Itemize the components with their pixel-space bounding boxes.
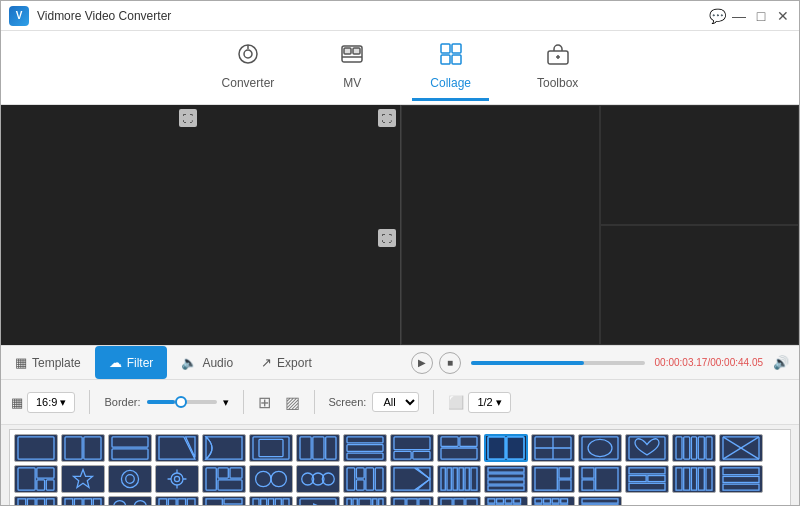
template-30[interactable] — [625, 465, 669, 493]
grid-icon[interactable]: ⊞ — [258, 393, 271, 412]
nav-converter[interactable]: Converter — [204, 34, 293, 101]
template-18[interactable] — [61, 465, 105, 493]
chat-button[interactable]: 💬 — [709, 8, 725, 24]
template-12[interactable] — [531, 434, 575, 462]
border-dropdown-arrow[interactable]: ▾ — [223, 396, 229, 409]
template-46[interactable] — [578, 496, 622, 506]
svg-point-55 — [121, 470, 138, 487]
svg-rect-111 — [84, 499, 92, 506]
template-26[interactable] — [437, 465, 481, 493]
tab-template[interactable]: ▦ Template — [1, 346, 95, 379]
tab-filter-label: Filter — [127, 356, 154, 370]
screen-select[interactable]: All 1 2 — [372, 392, 419, 412]
template-38[interactable] — [202, 496, 246, 506]
svg-rect-86 — [488, 486, 524, 490]
template-42[interactable] — [390, 496, 434, 506]
svg-rect-104 — [723, 484, 759, 490]
nav-collage[interactable]: Collage — [412, 34, 489, 101]
template-33[interactable] — [719, 465, 763, 493]
template-19[interactable] — [108, 465, 152, 493]
page-icon: ⬜ — [448, 395, 464, 410]
nav-mv[interactable]: MV — [322, 34, 382, 101]
svg-rect-64 — [218, 468, 228, 478]
template-34[interactable] — [14, 496, 58, 506]
volume-icon[interactable]: 🔊 — [773, 355, 789, 370]
progress-bar[interactable] — [471, 361, 645, 365]
template-20[interactable] — [155, 465, 199, 493]
border-slider-knob[interactable] — [175, 396, 187, 408]
svg-rect-52 — [37, 468, 54, 478]
cell-edit-1[interactable]: ⛶ — [179, 109, 197, 127]
template-16[interactable] — [719, 434, 763, 462]
svg-rect-15 — [65, 437, 82, 459]
template-36[interactable] — [108, 496, 152, 506]
svg-rect-107 — [37, 499, 45, 506]
template-43[interactable] — [437, 496, 481, 506]
tab-export[interactable]: ↗ Export — [247, 346, 326, 379]
svg-rect-112 — [93, 499, 101, 506]
template-22[interactable] — [249, 465, 293, 493]
border-slider[interactable] — [147, 400, 217, 404]
collage-cell-1[interactable]: ⛶ — [1, 105, 201, 345]
svg-point-115 — [134, 501, 146, 506]
template-44[interactable] — [484, 496, 528, 506]
svg-rect-130 — [261, 499, 267, 506]
template-icon: ▦ — [15, 355, 27, 370]
template-5[interactable] — [202, 434, 246, 462]
template-27[interactable] — [484, 465, 528, 493]
template-15[interactable] — [672, 434, 716, 462]
page-button[interactable]: 1/2 ▾ — [468, 392, 510, 413]
collage-cell-2[interactable]: ⛶ — [201, 105, 401, 225]
template-10[interactable] — [437, 434, 481, 462]
template-14[interactable] — [625, 434, 669, 462]
template-8[interactable] — [343, 434, 387, 462]
svg-rect-144 — [419, 499, 430, 506]
template-29[interactable] — [578, 465, 622, 493]
hatch-icon[interactable]: ▨ — [285, 393, 300, 412]
template-6[interactable] — [249, 434, 293, 462]
collage-cell-3[interactable]: ⛶ — [201, 225, 401, 345]
template-4[interactable] — [155, 434, 199, 462]
template-25[interactable] — [390, 465, 434, 493]
cell-edit-3[interactable]: ⛶ — [378, 229, 396, 247]
template-41[interactable] — [343, 496, 387, 506]
template-39[interactable] — [249, 496, 293, 506]
template-40[interactable] — [296, 496, 340, 506]
svg-rect-103 — [723, 476, 759, 482]
play-button[interactable]: ▶ — [411, 352, 433, 374]
preview-cell-1 — [401, 105, 600, 345]
svg-point-114 — [114, 501, 126, 506]
mv-icon — [340, 42, 364, 72]
template-21[interactable] — [202, 465, 246, 493]
right-preview-panel — [401, 105, 799, 345]
template-3[interactable] — [108, 434, 152, 462]
template-2[interactable] — [61, 434, 105, 462]
template-9[interactable] — [390, 434, 434, 462]
preview-cell-3 — [600, 225, 799, 345]
nav-toolbox[interactable]: Toolbox — [519, 34, 596, 101]
screen-control: Screen: All 1 2 — [329, 392, 420, 412]
template-45[interactable] — [531, 496, 575, 506]
maximize-button[interactable]: □ — [753, 8, 769, 24]
template-13[interactable] — [578, 434, 622, 462]
template-28[interactable] — [531, 465, 575, 493]
template-24[interactable] — [343, 465, 387, 493]
template-17[interactable] — [14, 465, 58, 493]
template-11-active[interactable] — [484, 434, 528, 462]
ratio-button[interactable]: 16:9 ▾ — [27, 392, 75, 413]
template-1[interactable] — [14, 434, 58, 462]
template-35[interactable] — [61, 496, 105, 506]
svg-rect-93 — [629, 468, 665, 474]
template-7[interactable] — [296, 434, 340, 462]
stop-button[interactable]: ■ — [439, 352, 461, 374]
tab-filter[interactable]: ☁ Filter — [95, 346, 168, 379]
cell-edit-2[interactable]: ⛶ — [378, 109, 396, 127]
template-23[interactable] — [296, 465, 340, 493]
minimize-button[interactable]: — — [731, 8, 747, 24]
svg-rect-5 — [353, 48, 360, 54]
tab-audio[interactable]: 🔈 Audio — [167, 346, 247, 379]
svg-rect-31 — [413, 451, 430, 459]
template-31[interactable] — [672, 465, 716, 493]
close-button[interactable]: ✕ — [775, 8, 791, 24]
template-37[interactable] — [155, 496, 199, 506]
